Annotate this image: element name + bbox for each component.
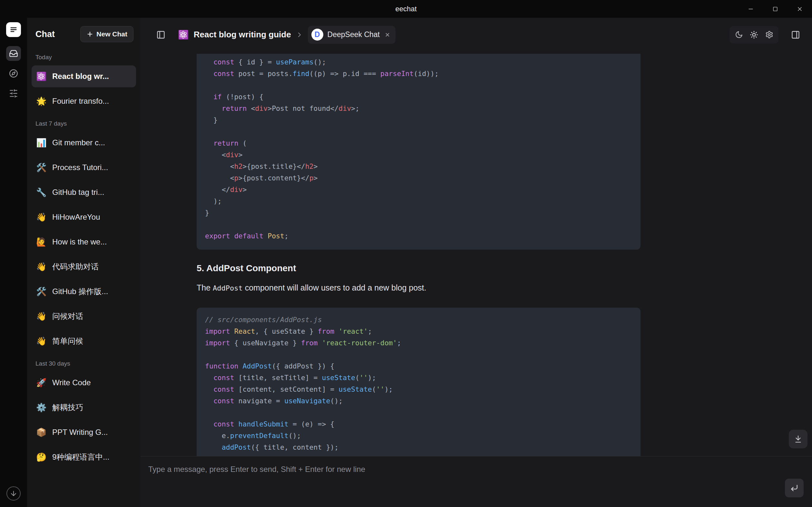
main-header: ⚛️ React blog writing guide D DeepSeek C… xyxy=(141,18,812,52)
light-mode-button[interactable] xyxy=(748,29,760,41)
message-paragraph: The AddPost component will allow users t… xyxy=(197,282,641,294)
sidebar-title: Chat xyxy=(36,29,55,39)
history-group-label: Last 7 days xyxy=(32,115,136,132)
chat-history-list: Today⚛️React blog wr...🌟Fourier transfo.… xyxy=(27,49,141,507)
chat-item-label: PPT Writing G... xyxy=(52,428,108,437)
chat-item-emoji: 🙋 xyxy=(36,237,48,247)
code-line: } xyxy=(205,207,632,219)
code-line xyxy=(205,219,632,230)
code-line xyxy=(205,79,632,91)
chat-item-emoji: 👋 xyxy=(36,212,48,222)
code-line: navigate('/'); xyxy=(205,453,632,456)
chat-history-item[interactable]: 👋问候对话 xyxy=(32,305,136,327)
app-window: eechat xyxy=(0,0,812,507)
code-line: } xyxy=(205,114,632,126)
panel-left-icon xyxy=(156,30,165,39)
chat-item-emoji: 🌟 xyxy=(36,96,48,106)
chat-history-item[interactable]: 👋代码求助对话 xyxy=(32,256,136,278)
maximize-button[interactable] xyxy=(763,0,788,18)
code-content: // src/components/AddPost.jsimport React… xyxy=(205,314,632,456)
app-logo-button[interactable] xyxy=(6,22,21,37)
chat-history-item[interactable]: 🚀Write Code xyxy=(32,372,136,394)
chat-history-item[interactable]: 👋简单问候 xyxy=(32,330,136,352)
chat-item-label: Fourier transfo... xyxy=(52,97,109,106)
chat-item-emoji: 🤔 xyxy=(36,452,48,462)
code-line: addPost({ title, content }); xyxy=(205,442,632,453)
close-button[interactable] xyxy=(788,0,812,18)
send-button[interactable] xyxy=(785,478,804,497)
chat-item-label: 代码求助对话 xyxy=(52,262,99,272)
composer xyxy=(141,456,812,507)
chat-item-label: Process Tutori... xyxy=(52,163,108,172)
scroll-to-bottom-button[interactable] xyxy=(789,430,808,448)
dark-mode-button[interactable] xyxy=(732,29,745,41)
code-line: ); xyxy=(205,195,632,207)
chat-history-item[interactable]: 🌟Fourier transfo... xyxy=(32,90,136,112)
chat-history-item[interactable]: 🔧GitHub tag tri... xyxy=(32,181,136,203)
code-line: export default Post; xyxy=(205,230,632,242)
sliders-icon xyxy=(9,89,18,98)
close-tab-icon xyxy=(385,32,390,38)
chat-history-item[interactable]: 🤔9种编程语言中... xyxy=(32,446,136,468)
minimize-icon xyxy=(747,5,754,12)
code-line: return <div>Post not found</div>; xyxy=(205,103,632,114)
paragraph-text: The xyxy=(197,283,213,292)
paragraph-text: component will allow users to add a new … xyxy=(243,283,426,292)
chat-item-label: GitHub 操作版... xyxy=(52,286,108,297)
chat-item-emoji: ⚛️ xyxy=(36,71,48,81)
icon-rail xyxy=(0,18,27,507)
new-chat-button[interactable]: New Chat xyxy=(80,26,134,42)
code-content: const { id } = useParams(); const post =… xyxy=(205,56,632,242)
code-line: </div> xyxy=(205,184,632,195)
chat-item-emoji: 🔧 xyxy=(36,187,48,198)
code-line: const post = posts.find((p) => p.id === … xyxy=(205,68,632,79)
code-line xyxy=(205,126,632,137)
history-group-label: Today xyxy=(32,49,136,65)
code-line: const [content, setContent] = useState('… xyxy=(205,384,632,395)
code-line xyxy=(205,407,632,418)
discover-nav-button[interactable] xyxy=(6,66,21,81)
code-line: if (!post) { xyxy=(205,91,632,103)
toggle-right-panel-button[interactable] xyxy=(788,27,803,42)
chat-history-item[interactable]: ⚛️React blog wr... xyxy=(32,65,136,87)
chat-emoji: ⚛️ xyxy=(178,30,189,40)
minimize-button[interactable] xyxy=(739,0,763,18)
code-line: const { id } = useParams(); xyxy=(205,56,632,68)
sidebar-header: Chat New Chat xyxy=(27,18,141,49)
chat-item-emoji: 👋 xyxy=(36,312,48,322)
inline-code: AddPost xyxy=(213,284,243,292)
chat-history-item[interactable]: 🙋How is the we... xyxy=(32,231,136,253)
model-tab[interactable]: D DeepSeek Chat xyxy=(308,26,396,44)
settings-nav-button[interactable] xyxy=(6,86,21,101)
theme-settings-button[interactable] xyxy=(763,29,775,41)
chat-history-item[interactable]: 🛠️Process Tutori... xyxy=(32,157,136,178)
close-model-tab-button[interactable] xyxy=(385,32,390,38)
code-line: // src/components/AddPost.js xyxy=(205,314,632,326)
arrow-down-icon xyxy=(10,490,17,497)
rail-down-arrow-button[interactable] xyxy=(6,487,20,501)
chat-item-label: React blog wr... xyxy=(52,72,109,81)
chat-history-item[interactable]: 📦PPT Writing G... xyxy=(32,421,136,443)
maximize-icon xyxy=(772,6,778,12)
toggle-sidebar-button[interactable] xyxy=(153,27,168,42)
assistant-message: const { id } = useParams(); const post =… xyxy=(197,52,641,456)
chats-nav-button[interactable] xyxy=(6,46,21,61)
chat-history-item[interactable]: 🛠️GitHub 操作版... xyxy=(32,281,136,302)
code-line: import { useNavigate } from 'react-route… xyxy=(205,337,632,349)
code-line: import React, { useState } from 'react'; xyxy=(205,326,632,337)
moon-icon xyxy=(735,31,743,39)
code-line: const navigate = useNavigate(); xyxy=(205,395,632,407)
chat-item-label: Write Code xyxy=(52,378,91,387)
chat-item-label: How is the we... xyxy=(52,237,107,246)
chat-item-emoji: 👋 xyxy=(36,262,48,272)
header-actions xyxy=(729,26,803,44)
chat-history-item[interactable]: 📊Git member c... xyxy=(32,132,136,154)
chat-history-item[interactable]: ⚙️解耦技巧 xyxy=(32,397,136,418)
chat-history-item[interactable]: 👋HiHowAreYou xyxy=(32,206,136,228)
chat-messages[interactable]: const { id } = useParams(); const post =… xyxy=(141,52,812,456)
chat-item-label: 9种编程语言中... xyxy=(52,452,109,462)
main-panel: ⚛️ React blog writing guide D DeepSeek C… xyxy=(141,18,812,507)
message-input[interactable] xyxy=(141,456,812,507)
chat-item-emoji: 🛠️ xyxy=(36,163,48,173)
app-body: Chat New Chat Today⚛️React blog wr...🌟Fo… xyxy=(0,18,812,507)
